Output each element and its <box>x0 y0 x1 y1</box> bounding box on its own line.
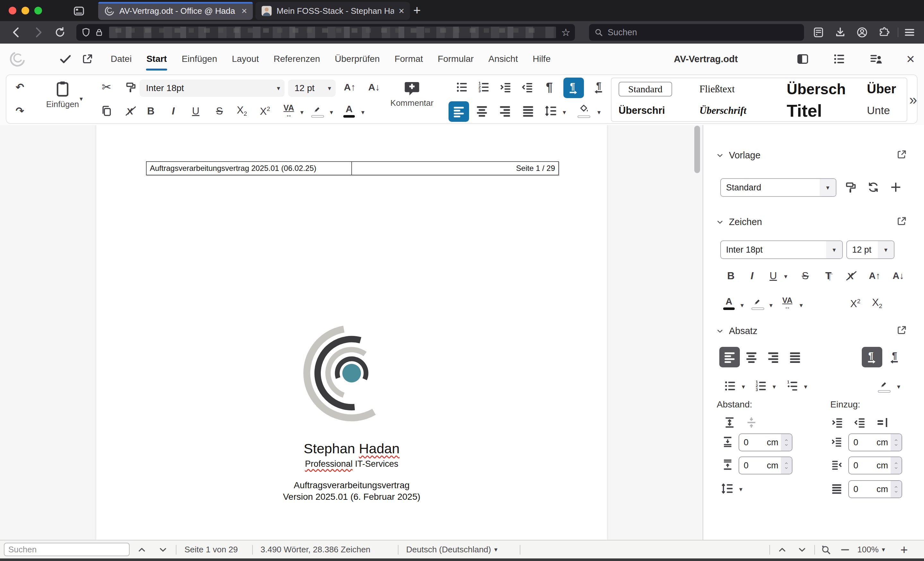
chevron-down-icon[interactable]: ▾ <box>800 302 803 308</box>
menu-ansicht[interactable]: Ansicht <box>481 43 525 74</box>
menu-hilfe[interactable]: Hilfe <box>525 43 558 74</box>
character-spacing-button[interactable]: VA↔ <box>279 102 299 120</box>
previous-page-button[interactable] <box>775 543 789 557</box>
paste-button[interactable]: Einfügen ▾ <box>39 77 87 122</box>
style-ueberschrift-3[interactable]: Überschri <box>614 105 695 117</box>
menu-referenzen[interactable]: Referenzen <box>266 43 328 74</box>
account-button[interactable] <box>855 25 870 40</box>
sidebar-superscript-button[interactable]: X2 <box>846 295 864 311</box>
absatz-detach-button[interactable] <box>896 325 909 337</box>
menu-einfuegen[interactable]: Einfügen <box>174 43 225 74</box>
sidebar-bullet-list-button[interactable] <box>721 378 739 394</box>
shadow-button[interactable]: T <box>819 267 837 284</box>
paragraph-rtl-button[interactable] <box>589 78 607 96</box>
decrease-indent-button[interactable] <box>519 78 536 96</box>
superscript-button[interactable]: X2 <box>256 102 274 120</box>
chevron-down-icon[interactable]: ▾ <box>361 109 364 115</box>
sidebar-align-center-button[interactable] <box>742 349 760 365</box>
document-page[interactable]: Auftragsverarbeitungsvertrag 2025.01 (06… <box>96 125 607 540</box>
extensions-button[interactable] <box>876 25 891 40</box>
chevron-down-icon[interactable]: ▾ <box>804 383 807 390</box>
sidebar-tabs-button[interactable] <box>811 25 826 40</box>
style-ueberschrift-2[interactable]: Über <box>862 82 904 96</box>
paragraph-background-button[interactable] <box>575 102 593 120</box>
search-previous-button[interactable] <box>135 543 149 557</box>
sidebar-strikethrough-button[interactable]: S <box>796 267 814 284</box>
sidebar-bold-button[interactable]: B <box>722 267 740 284</box>
undo-button[interactable]: ↶ <box>11 78 29 96</box>
zeichen-detach-button[interactable] <box>896 215 909 228</box>
underline-button[interactable]: U <box>187 102 205 120</box>
sidebar-character-spacing-button[interactable]: VA↔ <box>778 295 796 311</box>
chevron-down-icon[interactable]: ▾ <box>784 273 788 280</box>
style-standard[interactable]: Standard <box>614 82 695 96</box>
next-page-button[interactable] <box>795 543 809 557</box>
word-count-status[interactable]: 3.490 Wörter, 28.386 Zeichen <box>261 540 370 558</box>
italic-button[interactable]: I <box>164 102 182 120</box>
space-above-field[interactable]: 0 cm <box>738 434 792 451</box>
sidebar-numbered-list-button[interactable] <box>752 378 770 394</box>
resolved-comments-button[interactable] <box>868 51 884 67</box>
menu-formular[interactable]: Formular <box>430 43 481 74</box>
formatting-marks-button[interactable]: ¶ <box>540 78 558 96</box>
paragraph-style-combobox[interactable]: Standard ▾ <box>720 178 836 197</box>
vorlage-detach-button[interactable] <box>896 149 909 162</box>
zeichen-section-header[interactable]: Zeichen <box>716 217 762 227</box>
space-below-field[interactable]: 0 cm <box>738 456 792 474</box>
style-titel[interactable]: Titel <box>782 101 862 121</box>
font-color-button[interactable]: A <box>340 102 358 120</box>
style-untertitel[interactable]: Unte <box>862 104 904 117</box>
lock-icon[interactable] <box>94 28 104 37</box>
menu-start[interactable]: Start <box>139 43 174 74</box>
sidebar-align-left-button[interactable] <box>719 347 740 367</box>
redo-button[interactable]: ↷ <box>11 102 29 120</box>
chevron-down-icon[interactable]: ▾ <box>772 383 776 390</box>
spinner-buttons[interactable] <box>891 434 902 451</box>
paste-dropdown-icon[interactable]: ▾ <box>80 96 83 102</box>
style-fliesstext[interactable]: Fließtext <box>695 83 782 95</box>
line-spacing-button[interactable] <box>542 102 560 120</box>
save-status-button[interactable] <box>58 51 73 67</box>
tab-foss-stack[interactable]: Mein FOSS-Stack - Stephan Ha × <box>255 2 410 20</box>
shrink-font-button[interactable]: A↓ <box>365 78 383 96</box>
sidebar-underline-button[interactable]: U <box>764 267 782 284</box>
open-external-button[interactable] <box>80 51 95 67</box>
macos-zoom-button[interactable] <box>34 7 42 14</box>
chevron-down-icon[interactable]: ▾ <box>770 302 772 308</box>
menu-format[interactable]: Format <box>387 43 430 74</box>
chevron-down-icon[interactable]: ▾ <box>739 486 742 492</box>
menu-layout[interactable]: Layout <box>225 43 266 74</box>
sidebar-justify-button[interactable] <box>786 349 804 365</box>
back-button[interactable] <box>9 25 24 40</box>
sidebar-line-spacing-button[interactable] <box>718 480 736 497</box>
chevron-down-icon[interactable]: ▾ <box>597 109 601 115</box>
more-styles-button[interactable]: » <box>909 75 917 124</box>
zoom-reset-button[interactable] <box>819 543 833 557</box>
chevron-down-icon[interactable]: ▾ <box>330 109 333 115</box>
reload-button[interactable] <box>52 25 68 40</box>
sidebar-font-size-combobox[interactable]: 12 pt ▾ <box>846 241 894 259</box>
new-tab-button[interactable]: + <box>413 3 421 18</box>
sidebar-ltr-button[interactable] <box>862 347 882 367</box>
table-of-contents-button[interactable] <box>832 51 847 67</box>
decrease-spacing-button[interactable] <box>742 414 760 431</box>
insert-comment-button[interactable]: Kommentar <box>384 77 440 122</box>
document-search-input[interactable] <box>4 543 130 556</box>
sidebar-outline-list-button[interactable] <box>783 378 801 394</box>
strikethrough-button[interactable]: S <box>210 102 228 120</box>
sidebar-font-name-combobox[interactable]: Inter 18pt ▾ <box>720 241 843 259</box>
spinner-buttons[interactable] <box>781 457 792 474</box>
indent-before-field[interactable]: 0 cm <box>848 434 902 451</box>
page-count-status[interactable]: Seite 1 von 29 <box>184 540 238 558</box>
forward-button[interactable] <box>31 25 45 40</box>
language-status[interactable]: Deutsch (Deutschland)▾ <box>406 540 498 558</box>
style-ueberschrift-1[interactable]: Übersch <box>782 81 862 98</box>
macos-minimize-button[interactable] <box>21 7 29 14</box>
sidebar-align-right-button[interactable] <box>764 349 782 365</box>
increase-indent-button[interactable] <box>496 78 514 96</box>
clone-formatting-button[interactable] <box>122 78 140 96</box>
tab-close-icon[interactable]: × <box>399 6 404 16</box>
macos-close-button[interactable] <box>9 7 16 14</box>
numbered-list-button[interactable] <box>475 78 493 96</box>
sidebar-highlight-button[interactable] <box>749 295 767 311</box>
